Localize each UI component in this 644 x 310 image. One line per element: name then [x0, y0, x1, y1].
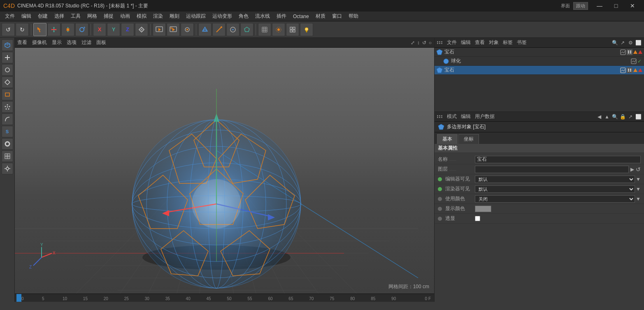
select-tool[interactable]	[33, 23, 46, 36]
timeline-bar[interactable]: 0 5 10 15 20 25 30 35 40 45 50 55 60 65 …	[21, 294, 432, 302]
close-button[interactable]: ✕	[624, 0, 641, 12]
am-menu-userdata[interactable]: 用户数据	[475, 113, 495, 120]
snap-button[interactable]	[272, 23, 285, 36]
vp-icon-rotate[interactable]: ↺	[422, 40, 426, 46]
prop-checkbox-xray[interactable]	[475, 216, 480, 221]
lt-rect-tool[interactable]	[2, 89, 13, 100]
prop-layer-arrow[interactable]: ▶	[630, 167, 634, 172]
om-expand-icon[interactable]: ⬜	[635, 39, 642, 46]
menu-edit[interactable]: 编辑	[18, 12, 35, 21]
prop-editor-vis-arrow[interactable]: ▼	[636, 176, 641, 182]
vp-menu-camera[interactable]: 摄像机	[32, 39, 47, 46]
menu-select[interactable]: 选择	[51, 12, 67, 21]
am-tab-basic[interactable]: 基本	[437, 134, 458, 144]
lt-diamond-tool[interactable]	[2, 76, 13, 88]
grid-button[interactable]	[258, 23, 271, 36]
vp-icon-move[interactable]: ⤢	[411, 40, 415, 46]
render-button[interactable]	[167, 23, 180, 36]
prop-select-editor-vis[interactable]: 默认 开 关	[475, 176, 635, 183]
am-search-icon[interactable]: 🔍	[611, 113, 618, 120]
lt-cube-tool[interactable]	[2, 39, 13, 51]
z-axis-button[interactable]: Z	[121, 23, 134, 36]
om-settings-icon[interactable]: ⚙	[627, 39, 634, 46]
vp-icon-up[interactable]: ↕	[417, 40, 420, 46]
menu-sculpt[interactable]: 雕刻	[166, 12, 183, 21]
maximize-button[interactable]: □	[608, 0, 624, 12]
vp-menu-panel[interactable]: 面板	[96, 39, 106, 46]
viewport-options[interactable]	[286, 23, 299, 36]
menu-pipeline[interactable]: 流水线	[252, 12, 273, 21]
lt-add-tool[interactable]	[2, 52, 13, 63]
vp-menu-display[interactable]: 显示	[52, 39, 62, 46]
timeline-playhead[interactable]	[16, 294, 21, 302]
prop-render-vis-arrow[interactable]: ▼	[636, 186, 641, 192]
light-button[interactable]	[300, 23, 313, 36]
om-menu-view[interactable]: 查看	[475, 39, 485, 46]
lt-circle-tool[interactable]	[2, 64, 13, 76]
am-back-icon[interactable]: ◀	[596, 113, 602, 120]
am-lock-icon[interactable]: 🔒	[619, 113, 626, 120]
x-axis-button[interactable]: X	[93, 23, 106, 36]
coord-transform[interactable]	[135, 23, 148, 36]
menu-render[interactable]: 渲染	[150, 12, 166, 21]
prop-select-use-color[interactable]: 关闭 开启	[475, 195, 635, 203]
redo-button[interactable]: ↻	[16, 23, 29, 36]
menu-character[interactable]: 角色	[235, 12, 252, 21]
vp-menu-options[interactable]: 选项	[67, 39, 77, 46]
prop-color-swatch[interactable]	[475, 206, 491, 212]
am-menu-mode[interactable]: 模式	[447, 113, 457, 120]
menu-window[interactable]: 窗口	[329, 12, 345, 21]
am-expand-icon[interactable]: ⬜	[635, 113, 642, 120]
menu-create[interactable]: 创建	[35, 12, 51, 21]
am-tab-coord[interactable]: 坐标	[458, 134, 479, 144]
vp-icon-circle[interactable]: ○	[429, 40, 432, 46]
om-row-spherify[interactable]: 球化 ✓	[435, 57, 644, 66]
undo-button[interactable]: ↺	[2, 23, 15, 36]
menu-file[interactable]: 文件	[2, 12, 18, 21]
am-arrow-icon[interactable]: ↗	[627, 113, 634, 120]
om-row-gem-top[interactable]: 宝石	[435, 48, 644, 57]
menu-motion-track[interactable]: 运动跟踪	[183, 12, 209, 21]
prop-layer-cycle[interactable]: ↺	[636, 166, 641, 173]
render-settings-button[interactable]	[181, 23, 194, 36]
polygon-button[interactable]	[240, 23, 253, 36]
menu-motion-morph[interactable]: 运动变形	[209, 12, 235, 21]
prop-input-name[interactable]	[475, 156, 641, 163]
om-menu-tag[interactable]: 标签	[503, 39, 513, 46]
y-axis-button[interactable]: Y	[107, 23, 120, 36]
prop-input-layer[interactable]	[475, 166, 629, 173]
menu-octane[interactable]: Octane	[290, 13, 312, 20]
draw-button[interactable]	[212, 23, 226, 36]
prop-use-color-arrow[interactable]: ▼	[636, 196, 641, 202]
om-arrow-icon[interactable]: ↗	[619, 39, 626, 46]
am-forward-icon[interactable]: ▲	[604, 113, 610, 120]
lt-s-tool[interactable]: S	[2, 126, 13, 137]
om-menu-object[interactable]: 对象	[489, 39, 499, 46]
rotate-tool[interactable]	[75, 23, 88, 36]
lt-ring-tool[interactable]	[2, 138, 13, 150]
interface-dropdown[interactable]: 跟动	[573, 2, 588, 10]
menu-simulate[interactable]: 模拟	[133, 12, 150, 21]
am-menu-edit[interactable]: 编辑	[461, 113, 471, 120]
render-view-button[interactable]	[153, 23, 166, 36]
menu-mesh[interactable]: 网格	[84, 12, 100, 21]
perspective-button[interactable]	[198, 23, 212, 36]
om-menu-bookmark[interactable]: 书签	[517, 39, 527, 46]
lt-arc-tool[interactable]	[2, 113, 13, 125]
om-menu-file[interactable]: 文件	[447, 39, 457, 46]
minimize-button[interactable]: —	[591, 0, 608, 12]
vp-menu-filter[interactable]: 过滤	[81, 39, 91, 46]
move-tool[interactable]	[47, 23, 60, 36]
menu-plugin[interactable]: 插件	[273, 12, 290, 21]
lt-polygon-tool[interactable]	[2, 101, 13, 113]
om-row-gem-bottom[interactable]: 宝石	[435, 66, 644, 75]
viewport-3d[interactable]: 透视视图	[15, 48, 434, 294]
menu-material[interactable]: 材质	[312, 12, 329, 21]
prop-select-render-vis[interactable]: 默认 开 关	[475, 185, 635, 193]
om-search-icon[interactable]: 🔍	[611, 39, 618, 46]
menu-tools[interactable]: 工具	[67, 12, 84, 21]
sculpt-button[interactable]	[226, 23, 239, 36]
vp-menu-view[interactable]: 查看	[17, 39, 27, 46]
menu-snap[interactable]: 捕捉	[100, 12, 117, 21]
menu-animate[interactable]: 动画	[117, 12, 133, 21]
